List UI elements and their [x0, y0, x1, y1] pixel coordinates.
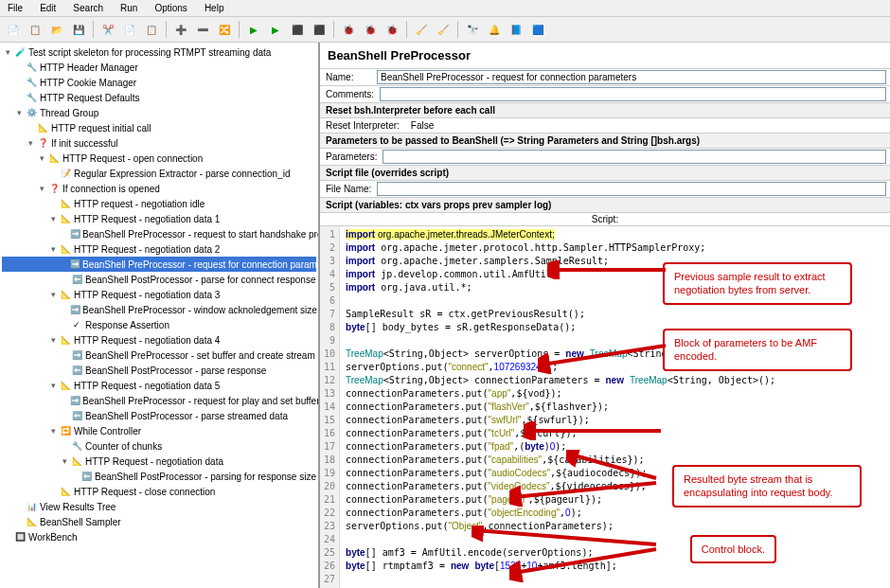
- remote-shutdown-icon[interactable]: 🐞: [383, 20, 401, 39]
- preprocessor-icon: ➡️: [70, 348, 83, 362]
- scriptfile-header: Script file (overrides script): [320, 166, 890, 181]
- menu-run[interactable]: Run: [116, 2, 141, 14]
- menu-search[interactable]: Search: [69, 2, 107, 14]
- name-input[interactable]: [377, 70, 886, 84]
- postprocessor-icon: ⬅️: [70, 364, 83, 377]
- toggle-icon[interactable]: 🔀: [215, 20, 234, 39]
- preprocessor-icon: ➡️: [70, 258, 80, 271]
- search-icon[interactable]: 🔭: [463, 20, 482, 39]
- stop-icon[interactable]: ⬛: [288, 20, 307, 39]
- params-header: Parameters to be passed to BeanShell (=>…: [320, 134, 890, 149]
- thread-group-icon: ⚙️: [25, 106, 38, 119]
- expand-icon[interactable]: ➕: [171, 20, 190, 39]
- editor-panel: BeanShell PreProcessor Name: Comments: R…: [320, 43, 890, 588]
- paste-icon[interactable]: 📋: [142, 20, 161, 39]
- menu-file[interactable]: File: [4, 2, 27, 14]
- script-column-header: Script:: [320, 213, 890, 226]
- shutdown-icon[interactable]: ⬛: [310, 20, 329, 39]
- templates-icon[interactable]: 📋: [26, 20, 44, 39]
- clear-all-icon[interactable]: 🧹: [434, 20, 453, 39]
- flask-icon: 🧪: [13, 45, 27, 59]
- script-header: Script (variables: ctx vars props prev s…: [320, 198, 890, 213]
- postprocessor-icon: ⬅️: [70, 273, 83, 286]
- sampler-icon: 📐: [59, 212, 72, 225]
- menu-help[interactable]: Help: [201, 2, 228, 14]
- sampler-icon: 📐: [25, 515, 38, 528]
- menu-options[interactable]: Options: [151, 2, 190, 14]
- sampler-icon: 📐: [59, 288, 72, 301]
- extractor-icon: 📝: [59, 167, 72, 180]
- postprocessor-icon: ⬅️: [81, 470, 93, 483]
- remote-stop-icon[interactable]: 🐞: [361, 20, 380, 39]
- sampler-icon: 📐: [59, 485, 72, 498]
- sampler-icon: 📐: [59, 197, 72, 210]
- clear-icon[interactable]: 🧹: [412, 20, 431, 39]
- params-input[interactable]: [383, 150, 886, 164]
- reset-int-value[interactable]: False: [405, 118, 439, 133]
- config-icon: 🔧: [25, 91, 38, 104]
- sampler-icon: 📐: [59, 242, 72, 256]
- menu-edit[interactable]: Edit: [36, 2, 60, 14]
- params-label: Parameters:: [320, 150, 383, 164]
- collapse-icon[interactable]: ➖: [193, 20, 212, 39]
- sampler-icon: 📐: [70, 454, 83, 468]
- workbench-icon: 🔲: [13, 530, 27, 543]
- preprocessor-icon: ➡️: [70, 227, 80, 241]
- sampler-icon: 📐: [47, 151, 61, 165]
- callout-2: Block of parameters to be AMF encoded.: [663, 329, 852, 371]
- about-icon[interactable]: 🟦: [528, 20, 547, 39]
- comments-input[interactable]: [380, 87, 886, 101]
- sampler-icon: 📐: [59, 379, 72, 392]
- open-icon[interactable]: 📂: [47, 20, 66, 39]
- comments-label: Comments:: [320, 87, 380, 101]
- selected-tree-item: ➡️BeanShell PreProcessor - request for c…: [2, 257, 316, 272]
- if-controller-icon: ❓: [36, 136, 49, 150]
- if-controller-icon: ❓: [47, 182, 61, 195]
- toolbar: 📄 📋 📂 💾 ✂️ 📄 📋 ➕ ➖ 🔀 ▶ ▶ ⬛ ⬛ 🐞 🐞 🐞 🧹 🧹 🔭…: [0, 17, 890, 43]
- save-icon[interactable]: 💾: [69, 20, 88, 39]
- reset-header: Reset bsh.Interpreter before each call: [320, 103, 890, 118]
- copy-icon[interactable]: 📄: [120, 20, 139, 39]
- config-icon: 🔧: [25, 61, 38, 74]
- help-icon[interactable]: 📘: [507, 20, 525, 39]
- counter-icon: 🔧: [70, 439, 83, 453]
- postprocessor-icon: ⬅️: [70, 409, 83, 422]
- while-controller-icon: 🔁: [59, 424, 72, 437]
- preprocessor-icon: ➡️: [70, 394, 80, 407]
- listener-icon: 📊: [25, 500, 38, 513]
- callout-1: Previous sample result to extract negoti…: [663, 262, 852, 305]
- test-plan-tree[interactable]: ▾🧪Test script skeleton for processing RT…: [0, 43, 320, 588]
- callout-4: Control block.: [690, 535, 776, 563]
- name-label: Name:: [320, 70, 377, 84]
- reset-int-label: Reset Interpreter:: [320, 118, 405, 133]
- start-no-pause-icon[interactable]: ▶: [266, 20, 285, 39]
- cut-icon[interactable]: ✂️: [98, 20, 117, 39]
- new-icon[interactable]: 📄: [4, 20, 23, 39]
- preprocessor-icon: ➡️: [70, 303, 80, 316]
- sampler-icon: 📐: [36, 121, 49, 134]
- sampler-icon: 📐: [59, 333, 72, 347]
- panel-title: BeanShell PreProcessor: [320, 43, 890, 69]
- callout-3: Resulted byte stream that is encapsulati…: [672, 465, 862, 508]
- remote-start-icon[interactable]: 🐞: [339, 20, 358, 39]
- config-icon: 🔧: [25, 76, 38, 89]
- menubar: File Edit Search Run Options Help: [0, 0, 890, 17]
- start-icon[interactable]: ▶: [244, 20, 263, 39]
- filename-label: File Name:: [320, 182, 377, 196]
- function-icon[interactable]: 🔔: [485, 20, 504, 39]
- filename-input[interactable]: [377, 182, 886, 196]
- assertion-icon: ✓: [70, 318, 83, 331]
